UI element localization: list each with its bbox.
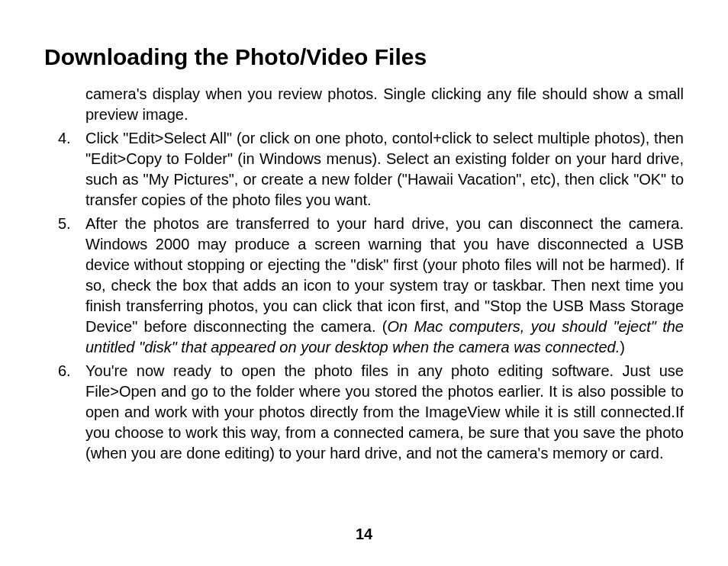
item-number: 6. bbox=[44, 361, 85, 464]
page-number: 14 bbox=[0, 526, 728, 543]
list-item: 6. You're now ready to open the photo fi… bbox=[44, 361, 684, 464]
item-text: After the photos are transferred to your… bbox=[85, 214, 684, 358]
instruction-list: 4. Click "Edit>Select All" (or click on … bbox=[44, 128, 684, 464]
item-text: You're now ready to open the photo files… bbox=[85, 361, 684, 464]
page-title: Downloading the Photo/Video Files bbox=[44, 44, 684, 70]
list-item: 5. After the photos are transferred to y… bbox=[44, 214, 684, 358]
item-text: Click "Edit>Select All" (or click on one… bbox=[85, 128, 684, 211]
continuation-text: camera's display when you review photos.… bbox=[85, 84, 684, 125]
list-item: 4. Click "Edit>Select All" (or click on … bbox=[44, 128, 684, 211]
item-number: 5. bbox=[44, 214, 85, 358]
item-number: 4. bbox=[44, 128, 85, 211]
